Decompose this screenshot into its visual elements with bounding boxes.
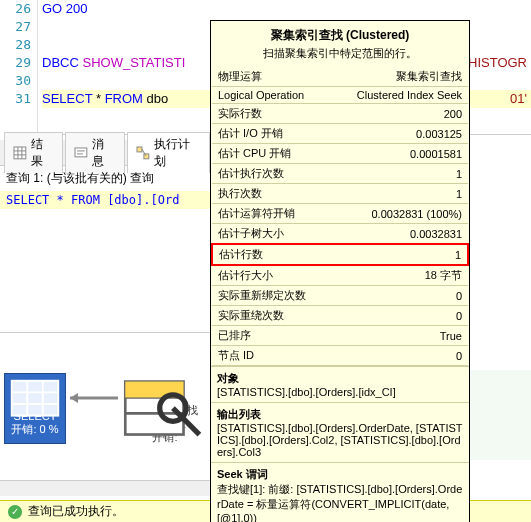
tooltip-row: 实际重新绑定次数0 [212,286,468,306]
tooltip-row: 估计行大小18 字节 [212,265,468,286]
tooltip-row: 估计运算符开销0.0032831 (100%) [212,204,468,224]
tooltip-row: 执行次数1 [212,184,468,204]
grid-icon [13,146,27,160]
svg-rect-8 [137,147,142,152]
tab-plan[interactable]: 执行计划 [127,132,210,173]
tooltip-row: 估计行数1 [212,244,468,265]
tab-label: 结果 [31,136,55,170]
select-icon [19,380,51,408]
plan-tooltip: 聚集索引查找 (Clustered) 扫描聚集索引中特定范围的行。 物理运算聚集… [210,20,470,522]
success-icon: ✓ [8,505,22,519]
plan-icon [136,146,150,160]
tooltip-row: 已排序True [212,326,468,346]
tooltip-seek-predicate: Seek 谓词 查找键[1]: 前缀: [STATISTICS].[dbo].[… [211,462,469,522]
status-text: 查询已成功执行。 [28,503,124,520]
tooltip-properties: 物理运算聚集索引查找Logical OperationClustered Ind… [211,67,469,366]
plan-node-seek[interactable]: 聚集索引查找 [Orders]. 开销: [120,371,210,445]
tooltip-row: 实际行数200 [212,104,468,124]
line-gutter: 26 27 28 29 30 31 [0,0,38,135]
index-seek-icon [148,371,182,401]
tooltip-row: 估计子树大小0.0032831 [212,224,468,245]
tab-label: 消息 [92,136,116,170]
execution-plan[interactable]: SELECT 开销: 0 % 聚集索引查找 [Orders]. 开销: [0,332,210,492]
tab-label: 执行计划 [154,136,201,170]
tooltip-row: 物理运算聚集索引查找 [212,67,468,87]
tooltip-row: 实际重绕次数0 [212,306,468,326]
message-icon [74,146,88,160]
tooltip-title: 聚集索引查找 (Clustered) [211,21,469,46]
svg-marker-12 [70,393,78,403]
tab-messages[interactable]: 消息 [65,132,124,173]
tabs-bar: 结果 消息 执行计划 [0,140,210,166]
tab-results[interactable]: 结果 [4,132,63,173]
tooltip-row: 估计执行次数1 [212,164,468,184]
svg-rect-13 [12,381,59,416]
tooltip-object: 对象 [STATISTICS].[dbo].[Orders].[idx_CI] [211,366,469,402]
plan-node-select[interactable]: SELECT 开销: 0 % [4,373,66,444]
tooltip-row: 估计 I/O 开销0.003125 [212,124,468,144]
query-sql: SELECT * FROM [dbo].[Ord [0,191,210,209]
svg-rect-0 [14,147,26,159]
scrollbar-horizontal[interactable] [0,480,210,496]
svg-rect-5 [75,148,87,157]
results-panel: 结果 消息 执行计划 查询 1: (与该批有关的) 查询 SELECT * FR… [0,140,210,460]
tooltip-row: 节点 ID0 [212,346,468,366]
tooltip-row: Logical OperationClustered Index Seek [212,87,468,104]
tooltip-subtitle: 扫描聚集索引中特定范围的行。 [211,46,469,67]
tooltip-output: 输出列表 [STATISTICS].[dbo].[Orders].OrderDa… [211,402,469,462]
tooltip-row: 估计 CPU 开销0.0001581 [212,144,468,164]
